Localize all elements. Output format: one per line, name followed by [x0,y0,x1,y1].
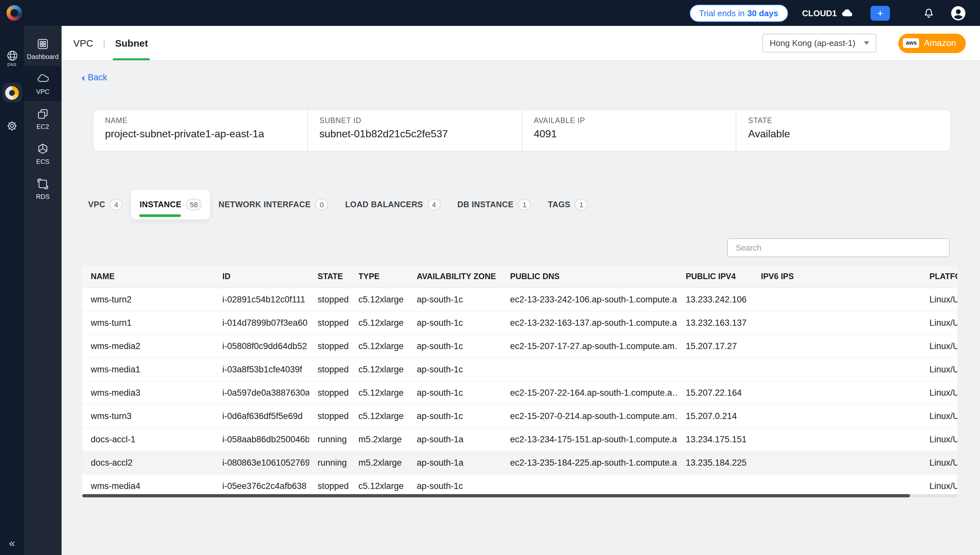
column-header[interactable]: ID [214,266,309,287]
vpc-icon [35,72,50,85]
ecs-icon [36,142,49,155]
tab-count-badge: 4 [428,199,441,210]
cell-id: i-014d7899b07f3ea60 [214,311,309,334]
cell-platform: Linux/U [921,427,957,451]
collapse-sidebar-button[interactable]: « [0,537,24,550]
cell-type: c5.12xlarge [350,358,408,381]
cell-public_dns: ec2-13-232-163-137.ap-south-1.compute.a… [502,311,677,334]
summary-label: STATE [748,117,951,124]
search-input[interactable] [727,238,949,257]
column-header[interactable]: PUBLIC IPV4 [677,266,753,287]
cell-ipv6_ips [753,358,921,381]
cell-id: i-02891c54b12c0f111 [214,287,309,311]
header-tabs: VPC|Subnet [73,26,148,60]
table-row[interactable]: wms-turn1i-014d7899b07f3ea60stoppedc5.12… [82,311,957,334]
tab-load-balancers[interactable]: LOAD BALANCERS4 [337,190,449,220]
user-avatar[interactable] [949,4,967,22]
back-chevron-icon: ‹ [82,71,85,84]
column-header[interactable]: PLATFORM [921,266,957,287]
instances-table: NAMEIDSTATETYPEAVAILABILITY ZONEPUBLIC D… [82,266,957,497]
sidebar-item-dashboard[interactable]: Dashboard [24,31,61,66]
app: Trial ends in 30 days CLOUD1 + DNS [0,0,980,555]
tab-tags[interactable]: TAGS1 [539,190,596,220]
cell-state: running [309,427,350,451]
cell-public_dns: ec2-15-207-22-164.ap-south-1.compute.a… [502,381,677,404]
table-row[interactable]: wms-media3i-0a597de0a3887630astoppedc5.1… [82,381,957,404]
cell-public_ipv4: 15.207.22.164 [677,381,753,404]
cell-public_ipv4: 13.234.175.151 [677,427,753,451]
cell-name: docs-accl-1 [82,427,214,451]
cell-availability_zone: ap-south-1c [408,334,502,358]
cell-availability_zone: ap-south-1c [408,404,502,427]
table-row[interactable]: wms-turn3i-0d6af636df5f5e69dstoppedc5.12… [82,404,957,427]
horizontal-scrollbar-thumb[interactable] [82,494,910,497]
tab-count-badge: 58 [186,199,202,210]
tab-vpc[interactable]: VPC4 [80,190,131,220]
column-header[interactable]: IPV6 IPS [753,266,921,287]
cell-public_ipv4: 13.233.242.106 [677,287,753,311]
sidebar-item-vpc[interactable]: VPC [24,66,61,101]
header-tab-subnet[interactable]: Subnet [115,26,148,60]
cell-type: c5.12xlarge [350,334,408,358]
cell-ipv6_ips [753,404,921,427]
header-tab-divider: | [103,38,105,48]
resource-tabs: VPC4INSTANCE58NETWORK INTERFACE0LOAD BAL… [80,190,596,220]
cell-state: stopped [309,334,350,358]
aws-logo-badge: aws [903,38,919,48]
cloud-icon [841,9,854,17]
instance-table: NAMEIDSTATETYPEAVAILABILITY ZONEPUBLIC D… [82,266,957,497]
cell-platform: Linux/U [921,404,957,427]
cell-id: i-058aab86db250046b [214,427,309,451]
cell-ipv6_ips [753,427,921,451]
summary-value: subnet-01b82d21c5c2fe537 [320,128,522,140]
active-product-icon[interactable] [0,83,24,102]
table-row[interactable]: docs-accl2i-080863e1061052769runningm5.2… [82,451,957,474]
cell-state: stopped [309,311,350,334]
tab-instance[interactable]: INSTANCE58 [131,190,210,220]
table-row[interactable]: wms-media2i-05808f0c9dd64db52stoppedc5.1… [82,334,957,358]
cell-name: wms-media2 [82,334,214,358]
chevron-down-icon [864,42,869,45]
summary-label: AVAILABLE IP [534,117,736,124]
trial-text: Trial ends in [699,8,745,18]
cell-public_ipv4: 15.207.0.214 [677,404,753,427]
cell-id: i-05808f0c9dd64db52 [214,334,309,358]
header-tab-vpc[interactable]: VPC [73,26,93,60]
dns-service-icon[interactable]: DNS [0,49,24,67]
column-header[interactable]: STATE [309,266,350,287]
cell-id: i-0d6af636df5f5e69d [214,404,309,427]
column-header[interactable]: NAME [82,266,214,287]
table-row[interactable]: wms-turn2i-02891c54b12c0f111stoppedc5.12… [82,287,957,311]
add-resource-button[interactable]: + [871,5,890,21]
provider-amazon-button[interactable]: aws Amazon [899,33,966,53]
settings-gear-icon[interactable] [0,120,24,132]
sidebar-item-ec2[interactable]: EC2 [24,101,61,136]
ec2-icon [36,107,49,120]
horizontal-scrollbar-track[interactable] [82,494,957,497]
column-header[interactable]: PUBLIC DNS [502,266,677,287]
table-row[interactable]: wms-media1i-03a8f53b1cfe4039fstoppedc5.1… [82,358,957,381]
tab-db-instance[interactable]: DB INSTANCE1 [449,190,539,220]
column-header[interactable]: AVAILABILITY ZONE [408,266,502,287]
cell-state: running [309,451,350,474]
cell-ipv6_ips [753,451,921,474]
summary-label: SUBNET ID [320,117,522,124]
org-switcher[interactable]: CLOUD1 [802,8,854,18]
tab-network-interface[interactable]: NETWORK INTERFACE0 [210,190,337,220]
notifications-bell-icon[interactable] [922,6,935,19]
back-link[interactable]: ‹ Back [82,71,107,84]
nav-rail: DNS « [0,26,24,555]
cell-id: i-0a597de0a3887630a [214,381,309,404]
cell-type: m5.2xlarge [350,451,408,474]
table-row[interactable]: docs-accl-1i-058aab86db250046brunningm5.… [82,427,957,451]
sidebar-item-ecs[interactable]: ECS [24,136,61,171]
sidebar-item-rds[interactable]: RDS [24,171,61,206]
column-header[interactable]: TYPE [350,266,408,287]
region-select[interactable]: Hong Kong (ap-east-1) [763,34,877,53]
cell-state: stopped [309,287,350,311]
trial-banner-button[interactable]: Trial ends in 30 days [689,4,788,22]
sidebar: DashboardVPCEC2ECSRDS [24,26,61,555]
app-logo-icon[interactable] [6,5,22,21]
topbar: Trial ends in 30 days CLOUD1 + [0,0,980,26]
cell-ipv6_ips [753,287,921,311]
